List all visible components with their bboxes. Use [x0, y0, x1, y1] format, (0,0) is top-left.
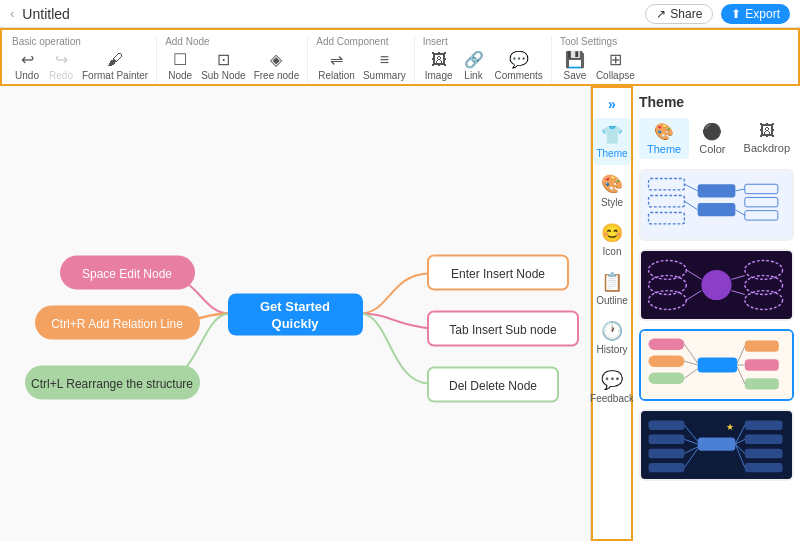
theme-thumb-2[interactable]: [639, 249, 794, 321]
add-freenode-button[interactable]: ◈ Free node: [252, 49, 302, 82]
svg-rect-56: [649, 435, 685, 444]
add-subnode-button[interactable]: ⊡ Sub Node: [199, 49, 247, 82]
format-painter-button[interactable]: 🖌 Format Painter: [80, 50, 150, 82]
tab-theme[interactable]: 🎨 Theme: [639, 118, 689, 159]
style-icon: 🎨: [601, 173, 623, 195]
svg-text:Ctrl+R Add Relation Line: Ctrl+R Add Relation Line: [51, 317, 183, 331]
insert-comments-button[interactable]: 💬 Comments: [493, 49, 545, 82]
share-button[interactable]: ↗ Share: [645, 4, 713, 24]
svg-rect-41: [649, 339, 685, 350]
svg-rect-44: [698, 357, 738, 372]
tab-color-icon: ⚫: [702, 122, 722, 141]
svg-rect-49: [745, 359, 779, 370]
toolbar-group-basic-label: Basic operation: [12, 36, 81, 47]
export-button[interactable]: ⬆ Export: [721, 4, 790, 24]
svg-rect-65: [745, 435, 783, 444]
theme-thumb-3[interactable]: [639, 329, 794, 401]
svg-rect-55: [649, 420, 685, 429]
collapse-button[interactable]: ⊞ Collapse: [594, 49, 637, 82]
sidebar-item-style[interactable]: 🎨 Style: [593, 167, 631, 214]
link-icon: 🔗: [464, 50, 484, 69]
undo-icon: ↩: [21, 50, 34, 69]
header-actions: ↗ Share ⬆ Export: [645, 4, 790, 24]
redo-icon: ↪: [55, 50, 68, 69]
feedback-icon: 💬: [601, 369, 623, 391]
toolbar-group-add-node-label: Add Node: [165, 36, 209, 47]
mindmap-svg: Space Edit Node Ctrl+R Add Relation Line…: [0, 86, 590, 541]
toolbar-group-add-node: Add Node ☐ Node ⊡ Sub Node ◈ Free node: [159, 36, 308, 82]
main-area: Space Edit Node Ctrl+R Add Relation Line…: [0, 86, 800, 541]
outline-icon: 📋: [601, 271, 623, 293]
emoji-icon: 😊: [601, 222, 623, 244]
tab-color[interactable]: ⚫ Color: [691, 118, 733, 159]
node-icon: ☐: [173, 50, 187, 69]
add-relation-button[interactable]: ⇌ Relation: [316, 49, 357, 82]
add-summary-button[interactable]: ≡ Summary: [361, 50, 408, 82]
sidebar-item-icon[interactable]: 😊 Icon: [593, 216, 631, 263]
svg-text:★: ★: [726, 421, 734, 432]
toolbar: Basic operation ↩ Undo ↪ Redo 🖌 Format P…: [0, 28, 800, 86]
svg-text:Ctrl+L Rearrange the structure: Ctrl+L Rearrange the structure: [31, 377, 193, 391]
add-node-button[interactable]: ☐ Node: [165, 49, 195, 82]
summary-icon: ≡: [380, 51, 389, 69]
theme-thumb-4[interactable]: ★: [639, 409, 794, 481]
sidebar-item-theme[interactable]: 👕 Theme: [593, 118, 631, 165]
redo-button[interactable]: ↪ Redo: [46, 49, 76, 82]
toolbar-group-tool-settings-label: Tool Settings: [560, 36, 617, 47]
svg-text:Tab Insert Sub node: Tab Insert Sub node: [449, 323, 557, 337]
svg-rect-57: [649, 449, 685, 458]
side-panel: » 👕 Theme 🎨 Style 😊 Icon 📋 Outline 🕐 His…: [590, 86, 800, 541]
export-icon: ⬆: [731, 7, 741, 21]
undo-button[interactable]: ↩ Undo: [12, 49, 42, 82]
icon-bar: » 👕 Theme 🎨 Style 😊 Icon 📋 Outline 🕐 His…: [591, 86, 633, 541]
toolbar-group-add-component: Add Component ⇌ Relation ≡ Summary: [310, 36, 415, 82]
subnode-icon: ⊡: [217, 50, 230, 69]
toolbar-group-add-component-label: Add Component: [316, 36, 388, 47]
svg-text:Space Edit Node: Space Edit Node: [82, 267, 172, 281]
history-icon: 🕐: [601, 320, 623, 342]
theme-thumbnails: ★: [639, 169, 794, 481]
collapse-icon: ⊞: [609, 50, 622, 69]
tab-backdrop-icon: 🖼: [759, 122, 775, 140]
canvas[interactable]: Space Edit Node Ctrl+R Add Relation Line…: [0, 86, 590, 541]
sidebar-item-outline[interactable]: 📋 Outline: [593, 265, 631, 312]
svg-rect-20: [698, 203, 736, 216]
theme-icon: 👕: [601, 124, 623, 146]
svg-rect-59: [698, 437, 736, 450]
toolbar-items-add-node: ☐ Node ⊡ Sub Node ◈ Free node: [165, 49, 301, 82]
freenode-icon: ◈: [270, 50, 282, 69]
insert-image-button[interactable]: 🖼 Image: [423, 50, 455, 82]
tab-backdrop[interactable]: 🖼 Backdrop: [736, 118, 798, 159]
back-button[interactable]: ‹: [10, 6, 14, 21]
image-icon: 🖼: [431, 51, 447, 69]
theme-panel: Theme 🎨 Theme ⚫ Color 🖼 Backdrop: [633, 86, 800, 541]
svg-rect-58: [649, 463, 685, 472]
svg-rect-43: [649, 373, 685, 384]
toolbar-group-basic: Basic operation ↩ Undo ↪ Redo 🖌 Format P…: [6, 36, 157, 82]
sidebar-item-feedback[interactable]: 💬 Feedback: [593, 363, 631, 410]
svg-rect-64: [745, 420, 783, 429]
theme-panel-title: Theme: [639, 94, 794, 110]
sidebar-item-history[interactable]: 🕐 History: [593, 314, 631, 361]
insert-link-button[interactable]: 🔗 Link: [459, 49, 489, 82]
tab-theme-icon: 🎨: [654, 122, 674, 141]
svg-text:Del Delete Node: Del Delete Node: [449, 379, 537, 393]
toolbar-items-basic: ↩ Undo ↪ Redo 🖌 Format Painter: [12, 49, 150, 82]
toolbar-group-insert: Insert 🖼 Image 🔗 Link 💬 Comments: [417, 36, 552, 82]
header: ‹ Untitled ↗ Share ⬆ Export: [0, 0, 800, 28]
svg-rect-66: [745, 449, 783, 458]
save-button[interactable]: 💾 Save: [560, 49, 590, 82]
svg-point-29: [701, 270, 731, 300]
expand-button[interactable]: »: [604, 92, 620, 116]
page-title: Untitled: [22, 6, 645, 22]
share-icon: ↗: [656, 7, 666, 21]
relation-icon: ⇌: [330, 50, 343, 69]
toolbar-items-add-component: ⇌ Relation ≡ Summary: [316, 49, 408, 82]
svg-text:Quickly: Quickly: [272, 316, 320, 331]
svg-text:Get Started: Get Started: [260, 299, 330, 314]
toolbar-group-tool-settings: Tool Settings 💾 Save ⊞ Collapse: [554, 36, 643, 82]
theme-tabs: 🎨 Theme ⚫ Color 🖼 Backdrop: [639, 118, 794, 159]
svg-rect-67: [745, 463, 783, 472]
theme-thumb-1[interactable]: [639, 169, 794, 241]
comments-icon: 💬: [509, 50, 529, 69]
